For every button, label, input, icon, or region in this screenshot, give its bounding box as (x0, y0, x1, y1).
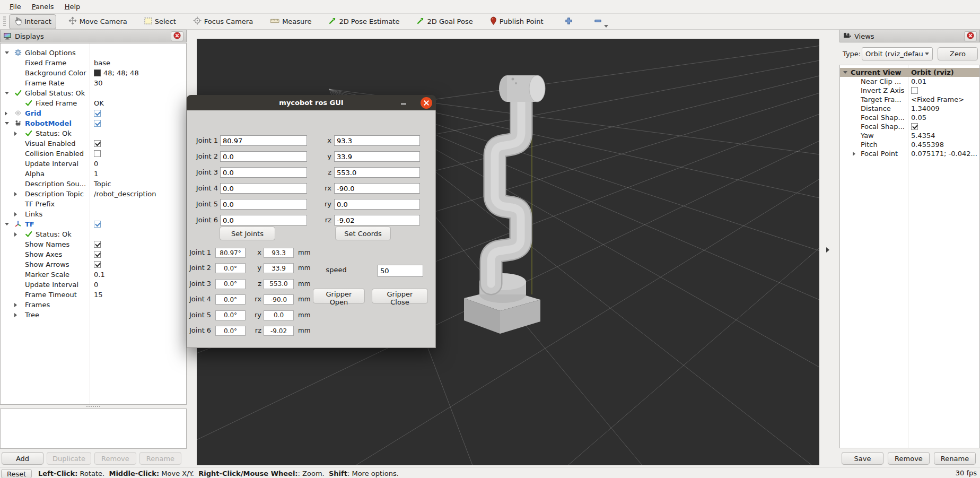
row-value[interactable]: 30 (94, 78, 103, 88)
tree-row[interactable]: Invert Z Axis (840, 86, 979, 95)
gripper-open-button[interactable]: Gripper Open (313, 289, 365, 303)
row-value[interactable] (94, 149, 101, 159)
tree-row[interactable]: Update Interval0 (1, 280, 186, 290)
joint-6-input[interactable] (220, 215, 307, 225)
expand-icon[interactable] (14, 132, 17, 136)
joint-2-input[interactable] (220, 151, 307, 162)
toolbar-drag-handle[interactable] (3, 16, 6, 27)
tree-row[interactable]: Tree (1, 310, 186, 320)
tree-row[interactable]: Marker Scale0.1 (1, 270, 186, 280)
tree-row[interactable]: Show Names (1, 239, 186, 249)
row-value[interactable]: Topic (94, 179, 111, 189)
coord-ry-input[interactable] (334, 199, 420, 210)
row-value[interactable]: 15 (94, 290, 103, 300)
row-value[interactable] (911, 86, 918, 95)
zero-button[interactable]: Zero (938, 47, 978, 60)
tree-row[interactable]: Near Clip ...0.01 (840, 77, 979, 86)
row-value[interactable]: 5.4354 (911, 131, 935, 140)
checkbox[interactable] (94, 241, 101, 248)
joint-4-input[interactable] (220, 183, 307, 194)
row-value[interactable]: 0 (94, 159, 98, 169)
tree-row[interactable]: Links (1, 209, 186, 219)
row-value[interactable]: 1 (94, 169, 98, 179)
tree-row[interactable]: Frame Timeout15 (1, 290, 186, 300)
tool-select[interactable]: Select (139, 15, 181, 28)
menu-help[interactable]: Help (59, 1, 86, 12)
row-value[interactable] (94, 239, 101, 249)
row-value[interactable]: 0.455398 (911, 140, 944, 149)
tree-row[interactable]: Distance1.34009 (840, 104, 979, 113)
tool-focus-camera[interactable]: Focus Camera (188, 14, 258, 29)
gripper-close-button[interactable]: Gripper Close (372, 289, 428, 303)
tree-row[interactable]: Grid (1, 108, 186, 118)
set-joints-button[interactable]: Set Joints (220, 227, 275, 240)
tree-row[interactable]: Global Options (1, 48, 186, 58)
checkbox[interactable] (94, 251, 101, 258)
tree-row[interactable]: Fixed Framebase (1, 58, 186, 68)
row-value[interactable]: 0 (94, 280, 98, 290)
tree-row[interactable]: Focal Shap...0.05 (840, 113, 979, 122)
tool-2d-pose-estimate[interactable]: 2D Pose Estimate (323, 15, 404, 29)
row-value[interactable] (94, 138, 101, 149)
collapse-icon[interactable] (5, 92, 9, 94)
tree-row[interactable]: TF Prefix (1, 199, 186, 209)
row-value[interactable]: <Fixed Frame> (911, 95, 964, 104)
speed-input[interactable] (378, 265, 423, 277)
row-value[interactable]: base (94, 58, 110, 68)
close-button[interactable] (421, 97, 432, 109)
tree-row[interactable]: Focal Point0.075171; -0.042... (840, 149, 979, 158)
tree-row[interactable]: Alpha1 (1, 169, 186, 179)
displays-tree[interactable]: Global OptionsFixed FramebaseBackground … (0, 43, 187, 405)
add-tool-button[interactable] (563, 16, 575, 28)
tree-row[interactable]: Show Arrows (1, 259, 186, 270)
displays-duplicate-button[interactable]: Duplicate (47, 452, 91, 465)
coord-y-input[interactable] (334, 151, 420, 162)
displays-remove-button[interactable]: Remove (94, 452, 136, 465)
expand-icon[interactable] (853, 152, 855, 156)
row-value[interactable]: 48; 48; 48 (94, 68, 139, 78)
remove-tool-button[interactable] (592, 16, 604, 28)
row-value[interactable]: OK (94, 98, 104, 108)
joint-5-input[interactable] (220, 199, 307, 210)
tree-row[interactable]: Frames (1, 300, 186, 310)
row-value[interactable]: 0.05 (911, 113, 926, 122)
row-value[interactable] (94, 118, 101, 128)
joint-1-input[interactable] (220, 135, 307, 146)
expand-icon[interactable] (14, 232, 17, 237)
checkbox[interactable] (94, 261, 101, 268)
coord-x-input[interactable] (334, 135, 420, 146)
row-value[interactable]: 0.01 (911, 77, 926, 86)
tree-row[interactable]: Pitch0.455398 (840, 140, 979, 149)
tree-row[interactable]: Collision Enabled (1, 149, 186, 159)
tree-row[interactable]: RobotModel (1, 118, 186, 128)
checkbox[interactable] (94, 110, 101, 117)
row-value[interactable]: Orbit (rviz) (911, 68, 954, 77)
collapse-icon[interactable] (5, 51, 9, 54)
checkbox[interactable] (94, 120, 101, 127)
collapse-icon[interactable] (5, 223, 9, 225)
row-value[interactable] (94, 219, 101, 229)
row-value[interactable]: 0.1 (94, 270, 105, 280)
views-save-button[interactable]: Save (842, 452, 883, 465)
tree-row[interactable]: Visual Enabled (1, 138, 186, 149)
views-rename-button[interactable]: Rename (934, 452, 976, 465)
menu-panels[interactable]: Panels (27, 1, 59, 12)
tree-row[interactable]: Fixed FrameOK (1, 98, 186, 108)
views-tree[interactable]: Current ViewOrbit (rviz)Near Clip ...0.0… (839, 65, 980, 448)
displays-rename-button[interactable]: Rename (139, 452, 181, 465)
tree-row[interactable]: Global Status: Ok (1, 88, 186, 98)
tree-row[interactable]: Update Interval0 (1, 159, 186, 169)
tool-2d-goal-pose[interactable]: 2D Goal Pose (412, 15, 477, 29)
collapse-icon[interactable] (843, 71, 847, 74)
row-value[interactable] (94, 259, 101, 270)
expand-icon[interactable] (5, 111, 7, 116)
checkbox[interactable] (94, 150, 101, 157)
tree-row[interactable]: TF (1, 219, 186, 229)
close-displays-panel-button[interactable] (171, 31, 183, 41)
tool-measure[interactable]: Measure (265, 15, 316, 28)
collapse-icon[interactable] (5, 122, 9, 125)
panel-splitter[interactable] (0, 405, 187, 408)
coord-rx-input[interactable] (334, 183, 420, 194)
checkbox[interactable] (94, 140, 101, 147)
tree-row[interactable]: Frame Rate30 (1, 78, 186, 88)
